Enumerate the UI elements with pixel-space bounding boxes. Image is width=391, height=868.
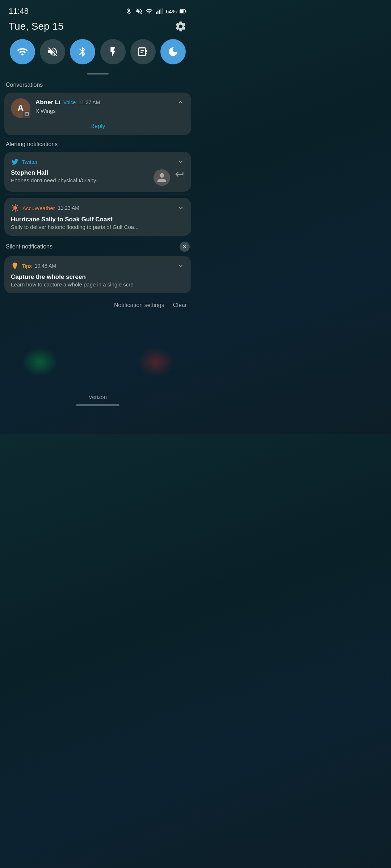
svg-rect-2	[159, 10, 160, 14]
silent-header-row: Silent notifications	[0, 242, 196, 256]
svg-rect-1	[157, 10, 159, 14]
flashlight-toggle[interactable]	[100, 39, 126, 64]
accuweather-app-name: AccuWeather	[22, 205, 55, 211]
red-glow	[138, 348, 174, 376]
tweet-user-avatar	[154, 169, 170, 186]
reply-button[interactable]: Reply	[11, 123, 185, 129]
twitter-notification-card: Twitter Stephen Hall Phones don't need p…	[4, 152, 191, 192]
collapse-icon[interactable]	[177, 98, 185, 106]
message-badge	[23, 111, 30, 118]
silent-label: Silent notifications	[6, 243, 52, 250]
bluetooth-status-icon	[125, 8, 133, 15]
tweet-author: Stephen Hall	[11, 169, 149, 176]
bluetooth-toggle[interactable]	[70, 39, 95, 64]
tips-time: 10:48 AM	[35, 263, 56, 269]
date-row: Tue, Sep 15	[0, 19, 196, 39]
svg-point-8	[13, 206, 17, 210]
carrier-name: Verizon	[0, 391, 196, 404]
weather-body: Sally to deliver historic flooding to pa…	[11, 224, 185, 230]
battery-icon	[180, 8, 187, 15]
tips-app-name: Tips	[22, 263, 32, 269]
svg-line-13	[13, 205, 13, 206]
status-icons: 64%	[125, 8, 187, 15]
twitter-app-name: Twitter	[22, 159, 38, 165]
bottom-actions-row: Notification settings Clear	[0, 296, 196, 311]
tweet-actions	[175, 169, 185, 179]
accuweather-time: 11:23 AM	[58, 205, 79, 211]
tips-icon	[11, 262, 19, 270]
battery-saver-toggle[interactable]	[130, 39, 156, 64]
tips-title: Capture the whole screen	[11, 273, 185, 281]
wifi-status-icon	[146, 8, 153, 15]
svg-line-16	[13, 210, 13, 210]
expand-chevron-icon[interactable]	[177, 158, 185, 166]
message-time: 11:37 AM	[79, 99, 100, 105]
twitter-content: Stephen Hall Phones don't need physical …	[11, 169, 149, 183]
night-mode-toggle[interactable]	[160, 39, 186, 64]
tips-body: Learn how to capture a whole page in a s…	[11, 281, 185, 288]
date-display: Tue, Sep 15	[9, 21, 64, 32]
tweet-reply-icon[interactable]	[175, 169, 185, 179]
battery-percent: 64%	[166, 8, 177, 14]
status-bar: 11:48 64%	[0, 0, 196, 19]
tips-notification-card: Tips 10:48 AM Capture the whole screen L…	[4, 256, 191, 293]
accuweather-expand-icon[interactable]	[177, 204, 185, 212]
mute-toggle[interactable]	[40, 39, 65, 64]
notification-settings-button[interactable]: Notification settings	[114, 302, 164, 309]
notif-divider	[4, 195, 191, 195]
settings-gear-icon[interactable]	[175, 20, 187, 33]
clear-all-button[interactable]: Clear	[173, 302, 187, 309]
accuweather-icon	[11, 204, 20, 212]
wifi-toggle[interactable]	[10, 39, 35, 64]
tweet-body: Phones don't need physical I/O any..	[11, 177, 149, 183]
weather-title: Hurricane Sally to Soak Gulf Coast	[11, 216, 185, 223]
svg-rect-6	[185, 10, 186, 12]
green-glow	[22, 348, 58, 376]
home-indicator[interactable]	[76, 404, 119, 406]
svg-rect-7	[180, 10, 184, 13]
svg-line-15	[17, 205, 18, 206]
tips-expand-icon[interactable]	[177, 262, 185, 270]
twitter-app-header: Twitter	[11, 158, 38, 166]
bottom-glow-area	[0, 319, 196, 391]
dismiss-silent-button[interactable]	[180, 242, 190, 252]
alerting-label: Alerting notifications	[0, 141, 196, 152]
svg-line-14	[17, 210, 18, 210]
conversations-label: Conversations	[0, 82, 196, 93]
sender-name: Abner Li	[35, 99, 60, 106]
accuweather-notification-card: AccuWeather 11:23 AM Hurricane Sally to …	[4, 198, 191, 236]
conversation-card: A Abner Li Voice 11:37 AM X Wings Reply	[4, 93, 191, 135]
conversation-content: Abner Li Voice 11:37 AM X Wings	[35, 98, 185, 114]
twitter-icon	[11, 158, 19, 166]
svg-rect-0	[156, 12, 157, 14]
avatar-wrap: A	[11, 98, 30, 118]
mute-status-icon	[135, 8, 143, 15]
status-time: 11:48	[9, 7, 29, 16]
signal-icon	[156, 8, 163, 15]
svg-rect-4	[162, 8, 163, 14]
message-preview: X Wings	[35, 108, 185, 114]
accuweather-app-header: AccuWeather 11:23 AM	[11, 204, 79, 212]
quick-toggles-row	[0, 39, 196, 73]
svg-rect-3	[160, 9, 161, 14]
tips-app-header: Tips 10:48 AM	[11, 262, 56, 270]
drag-handle	[87, 73, 109, 75]
app-source: Voice	[63, 99, 76, 105]
